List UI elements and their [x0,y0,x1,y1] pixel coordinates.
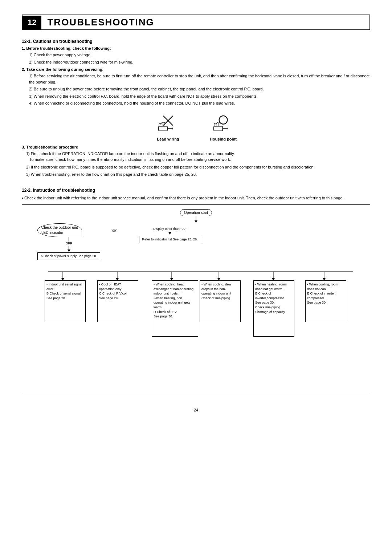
list-item: 4) When connecting or disconnecting the … [29,100,370,106]
fc-refer: Refer to indicator list See page 25, 26. [139,236,201,243]
fc-start: Operation start [180,209,212,216]
list-item: 3) When troubleshooting, refer to the fl… [26,171,370,178]
fc-check-led: Check the outdoor unit LED indicator [37,223,82,237]
list-item: 2) If the electronic control P.C. board … [26,164,370,170]
chapter-number: 12 [23,16,41,29]
svg-marker-12 [168,232,171,235]
subsection2-list: 1) Before servicing the air conditioner,… [22,73,370,106]
section-12-1-3: 3. Troubleshooting procedure 1) First, c… [22,145,370,178]
lead-wiring-diagram: Lead wiring [155,114,181,141]
housing-point-diagram: Housing point [210,114,237,141]
subsection1-list: 1) Check the power supply voltage. 2) Ch… [22,52,370,65]
page-number: 24 [22,408,370,412]
subsection2-title: 2. Take care the following during servic… [22,67,370,72]
list-item: 1) Before servicing the air conditioner,… [29,73,370,85]
lead-wiring-label: Lead wiring [157,137,179,141]
lead-wiring-icon [155,114,181,135]
zero-label: "00" [111,229,117,232]
arrow-down-3 [168,232,172,235]
svg-point-5 [219,115,228,124]
fc-box-a: A Check of power supply See page 28. [37,252,100,260]
diagram-row: Lead wiring Housing point [22,114,370,141]
list-item: 2) Check the indoor/outdoor connecting w… [29,59,370,65]
housing-point-label: Housing point [210,137,237,141]
section-12-1-title: 12-1. Cautions on troubleshooting [22,39,370,44]
svg-marker-10 [195,220,197,223]
section-12-1: 12-1. Cautions on troubleshooting 1. Bef… [22,39,370,106]
flowchart: Operation start Check the outdoor unit L… [22,204,370,393]
page-header: 12 TROUBLESHOOTING [22,15,370,30]
svg-rect-6 [214,126,223,130]
svg-marker-11 [68,249,70,252]
list-item: 2) Be sure to unplug the power cord befo… [29,86,370,92]
arrow-down-1 [193,216,199,223]
display-other-label: Display other than "00" [153,227,186,231]
flowchart-svg: • Indoor unit serial signal errorB Check… [26,264,375,388]
section-12-1-3-title: 3. Troubleshooting procedure [22,145,370,149]
svg-rect-2 [159,126,168,130]
subsection1-title: 1. Before troubleshooting, check the fol… [22,46,370,50]
housing-point-icon [211,114,236,135]
list-item: 3) When removing the electronic control … [29,93,370,100]
chapter-title: TROUBLESHOOTING [41,15,160,29]
off-label: OFF [66,242,72,245]
section-12-2: 12-2. Instruction of troubleshooting • C… [22,188,370,393]
arrow-down-2 [67,249,71,252]
list-item: 1) Check the power supply voltage. [29,52,370,58]
list-item: 1) First, check if the OPERATION INDICAT… [26,151,370,163]
section-12-2-title: 12-2. Instruction of troubleshooting [22,188,370,193]
section-12-2-intro: • Check the indoor unit with referring t… [22,195,370,201]
section-12-1-3-list: 1) First, check if the OPERATION INDICAT… [22,151,370,178]
